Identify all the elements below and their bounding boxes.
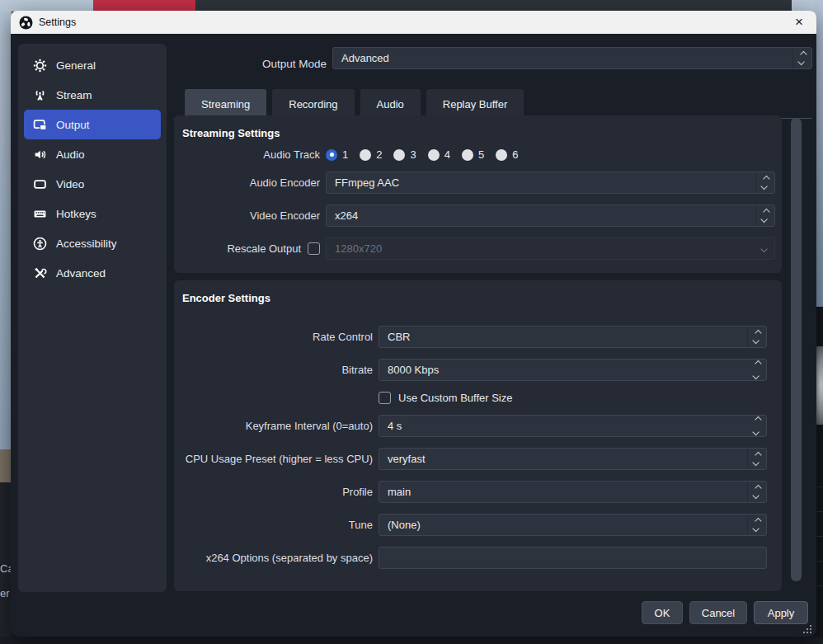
- sidebar-item-general[interactable]: General: [24, 50, 161, 80]
- radio-label: 3: [410, 148, 416, 161]
- settings-window: Settings × General: [11, 11, 816, 637]
- radio-label: 6: [512, 148, 518, 161]
- keyframe-interval-spinner[interactable]: 4 s: [379, 415, 767, 437]
- tab-audio[interactable]: Audio: [360, 89, 421, 119]
- output-mode-label: Output Mode: [176, 53, 327, 75]
- radio-track-6[interactable]: [496, 149, 507, 161]
- desktop-dark-strip: [195, 0, 792, 12]
- sidebar-item-video[interactable]: Video: [24, 169, 161, 199]
- sidebar-item-label: Advanced: [56, 267, 106, 280]
- titlebar[interactable]: Settings ×: [11, 11, 816, 34]
- keyframe-interval-value: 4 s: [379, 420, 747, 432]
- broadcast-icon: [33, 88, 47, 102]
- video-encoder-select[interactable]: x264: [326, 204, 775, 227]
- combo-chevrons-icon: [792, 48, 811, 68]
- rescale-resolution-select[interactable]: 1280x720: [326, 237, 775, 260]
- section-title: Encoder Settings: [174, 290, 782, 306]
- output-mode-select[interactable]: Advanced: [332, 47, 812, 69]
- desktop-sky-top: [0, 0, 93, 12]
- keyboard-icon: [33, 207, 47, 221]
- sidebar-item-label: Video: [56, 178, 84, 190]
- sidebar-item-advanced[interactable]: Advanced: [24, 258, 161, 288]
- tune-select[interactable]: (None): [379, 514, 767, 536]
- x264-options-input[interactable]: [379, 547, 767, 569]
- combo-chevrons-icon: [747, 327, 766, 347]
- radio-track-1[interactable]: [326, 149, 337, 161]
- rate-control-value: CBR: [379, 331, 747, 343]
- audio-encoder-label: Audio Encoder: [174, 176, 320, 189]
- audio-encoder-value: FFmpeg AAC: [327, 176, 755, 189]
- radio-label: 1: [342, 148, 348, 161]
- tune-label: Tune: [174, 519, 373, 531]
- rate-control-select[interactable]: CBR: [379, 326, 767, 348]
- sidebar-item-label: Output: [56, 119, 90, 131]
- keyframe-interval-label: Keyframe Interval (0=auto): [174, 420, 373, 432]
- bitrate-label: Bitrate: [174, 364, 373, 376]
- desktop-sky: [0, 0, 12, 462]
- bitrate-spinner[interactable]: 8000 Kbps: [379, 359, 767, 381]
- window-title: Settings: [39, 16, 76, 28]
- profile-label: Profile: [174, 486, 373, 498]
- video-encoder-label: Video Encoder: [174, 209, 320, 222]
- desktop-red-strip: [93, 0, 195, 12]
- radio-track-5[interactable]: [462, 149, 473, 161]
- audio-track-label: Audio Track: [174, 148, 320, 161]
- output-icon: [33, 118, 47, 132]
- sidebar-item-hotkeys[interactable]: Hotkeys: [24, 199, 161, 228]
- cancel-button[interactable]: Cancel: [689, 601, 747, 624]
- footer: OK Cancel Apply: [642, 601, 808, 624]
- streaming-settings-panel: Streaming Settings Audio Track 1 2 3 4 5…: [174, 115, 782, 273]
- radio-track-3[interactable]: [393, 149, 405, 161]
- section-title: Streaming Settings: [174, 125, 782, 141]
- resize-grip-icon[interactable]: [803, 625, 811, 633]
- profile-value: main: [379, 486, 747, 498]
- apply-button[interactable]: Apply: [754, 601, 808, 624]
- spinner-arrows-icon[interactable]: [747, 416, 766, 436]
- combo-chevrons-icon: [755, 205, 774, 226]
- radio-label: 4: [444, 148, 450, 161]
- sidebar-item-stream[interactable]: Stream: [24, 80, 161, 110]
- sidebar-item-label: Stream: [56, 89, 92, 101]
- rescale-output-label: Rescale Output: [227, 242, 301, 255]
- use-custom-buffer-size-label: Use Custom Buffer Size: [398, 392, 512, 404]
- output-mode-value: Advanced: [333, 52, 792, 64]
- sidebar-item-label: Hotkeys: [56, 208, 96, 220]
- sidebar-item-label: Audio: [56, 148, 85, 161]
- tab-label: Streaming: [201, 98, 250, 110]
- sidebar-item-output[interactable]: Output: [24, 110, 161, 139]
- desktop-photo-fragment: [0, 449, 12, 482]
- cpu-usage-preset-select[interactable]: veryfast: [379, 448, 767, 470]
- radio-track-2[interactable]: [360, 149, 371, 161]
- combo-chevrons-icon: [747, 482, 766, 502]
- radio-track-4[interactable]: [428, 149, 440, 161]
- audio-encoder-select[interactable]: FFmpeg AAC: [326, 172, 775, 194]
- combo-chevrons-icon: [747, 515, 766, 535]
- sidebar: General Stream O: [18, 44, 167, 592]
- tab-recording[interactable]: Recording: [272, 89, 354, 119]
- ok-button[interactable]: OK: [642, 601, 683, 624]
- tab-replay-buffer[interactable]: Replay Buffer: [426, 89, 524, 119]
- tab-label: Audio: [377, 98, 404, 110]
- spinner-arrows-icon[interactable]: [747, 360, 766, 380]
- sidebar-item-accessibility[interactable]: Accessibility: [24, 228, 161, 258]
- combo-chevrons-icon: [755, 172, 774, 193]
- combo-chevron-down-icon: [755, 238, 774, 259]
- cpu-usage-preset-label: CPU Usage Preset (higher = less CPU): [174, 453, 373, 465]
- profile-select[interactable]: main: [379, 481, 767, 503]
- rate-control-label: Rate Control: [174, 331, 373, 343]
- tab-streaming[interactable]: Streaming: [185, 89, 266, 119]
- sidebar-item-audio[interactable]: Audio: [24, 139, 161, 169]
- use-custom-buffer-size-checkbox[interactable]: [379, 392, 391, 404]
- tools-icon: [33, 266, 47, 280]
- tab-label: Recording: [289, 98, 337, 110]
- x264-options-label: x264 Options (separated by space): [174, 552, 373, 564]
- sidebar-item-label: General: [56, 59, 96, 72]
- display-icon: [33, 177, 47, 191]
- close-button[interactable]: ×: [790, 14, 808, 31]
- scrollbar-thumb[interactable]: [791, 118, 802, 581]
- accessibility-icon: [33, 237, 47, 251]
- rescale-output-checkbox[interactable]: [308, 242, 320, 255]
- speaker-icon: [33, 148, 47, 162]
- video-encoder-value: x264: [327, 209, 755, 222]
- rescale-resolution-value: 1280x720: [327, 242, 755, 255]
